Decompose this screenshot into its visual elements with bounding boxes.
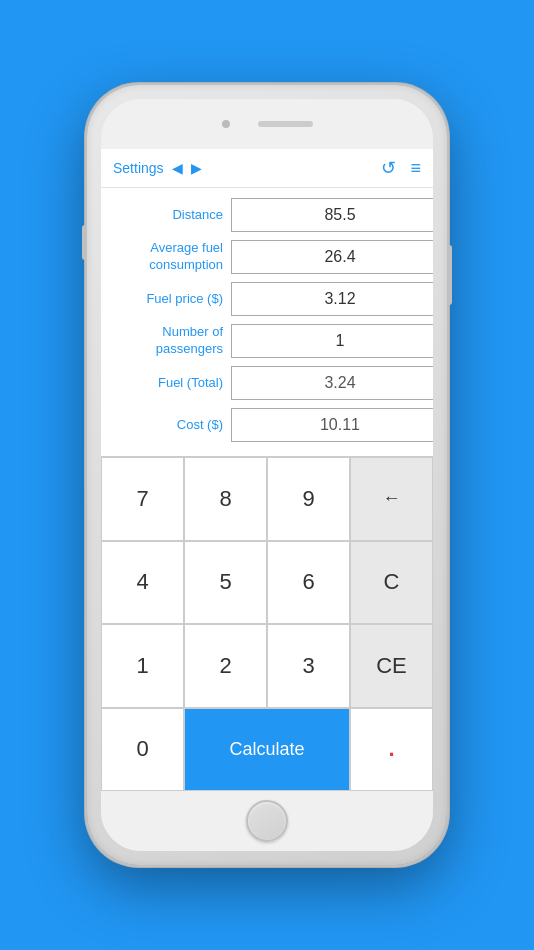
phone-frame: Settings ◀ ▶ ↺ ≡ Distance mi: [87, 85, 447, 865]
calculator-section: 7 8 9 ← 4 5 6 C 1 2 3 CE: [101, 456, 433, 791]
backspace-icon: ←: [383, 488, 401, 509]
cost-row: Cost ($): [111, 408, 423, 442]
distance-input[interactable]: [231, 198, 433, 232]
fuel-consumption-label: Average fuel consumption: [111, 240, 231, 274]
menu-icon[interactable]: ≡: [410, 158, 421, 179]
key-clear[interactable]: C: [350, 541, 433, 625]
back-nav-icon[interactable]: ◀: [172, 160, 183, 176]
calc-grid: 7 8 9 ← 4 5 6 C 1 2 3 CE: [101, 457, 433, 791]
passengers-input-wrap: [231, 324, 433, 358]
fuel-price-row: Fuel price ($) gal (US) ▼: [111, 282, 423, 316]
cost-label: Cost ($): [111, 417, 231, 434]
phone-top: [101, 99, 433, 149]
fuel-consumption-input[interactable]: [231, 240, 433, 274]
screen: Settings ◀ ▶ ↺ ≡ Distance mi: [101, 149, 433, 791]
key-calculate[interactable]: Calculate: [184, 708, 350, 792]
key-5[interactable]: 5: [184, 541, 267, 625]
key-2[interactable]: 2: [184, 624, 267, 708]
header-right: ↺ ≡: [381, 157, 421, 179]
distance-label: Distance: [111, 207, 231, 224]
passengers-row: Number of passengers: [111, 324, 423, 358]
cost-input-wrap: [231, 408, 433, 442]
key-backspace[interactable]: ←: [350, 457, 433, 541]
key-clear-entry[interactable]: CE: [350, 624, 433, 708]
key-8[interactable]: 8: [184, 457, 267, 541]
key-9[interactable]: 9: [267, 457, 350, 541]
key-7[interactable]: 7: [101, 457, 184, 541]
speaker: [258, 121, 313, 127]
fuel-total-input-wrap: [231, 366, 433, 400]
key-decimal[interactable]: .: [350, 708, 433, 792]
key-4[interactable]: 4: [101, 541, 184, 625]
fuel-total-row: Fuel (Total): [111, 366, 423, 400]
forward-nav-icon[interactable]: ▶: [191, 160, 202, 176]
key-0[interactable]: 0: [101, 708, 184, 792]
camera: [222, 120, 230, 128]
settings-label[interactable]: Settings: [113, 160, 164, 176]
phone-inner: Settings ◀ ▶ ↺ ≡ Distance mi: [101, 99, 433, 851]
header-left: Settings ◀ ▶: [113, 160, 202, 176]
passengers-input[interactable]: [231, 324, 433, 358]
fuel-price-input-wrap: gal (US) ▼: [231, 282, 433, 316]
cost-input: [231, 408, 433, 442]
fuel-total-input: [231, 366, 433, 400]
undo-icon[interactable]: ↺: [381, 157, 396, 179]
key-6[interactable]: 6: [267, 541, 350, 625]
header-bar: Settings ◀ ▶ ↺ ≡: [101, 149, 433, 188]
distance-row: Distance mi ▼: [111, 198, 423, 232]
key-1[interactable]: 1: [101, 624, 184, 708]
passengers-label: Number of passengers: [111, 324, 231, 358]
fields-section: Distance mi ▼ Average fuel consumption: [101, 188, 433, 456]
fuel-consumption-input-wrap: mpg (US) ▼: [231, 240, 433, 274]
fuel-total-label: Fuel (Total): [111, 375, 231, 392]
home-button[interactable]: [246, 800, 288, 842]
distance-input-wrap: mi ▼: [231, 198, 433, 232]
key-3[interactable]: 3: [267, 624, 350, 708]
fuel-consumption-row: Average fuel consumption mpg (US) ▼: [111, 240, 423, 274]
fuel-price-label: Fuel price ($): [111, 291, 231, 308]
fuel-price-input[interactable]: [231, 282, 433, 316]
phone-bottom: [101, 791, 433, 851]
